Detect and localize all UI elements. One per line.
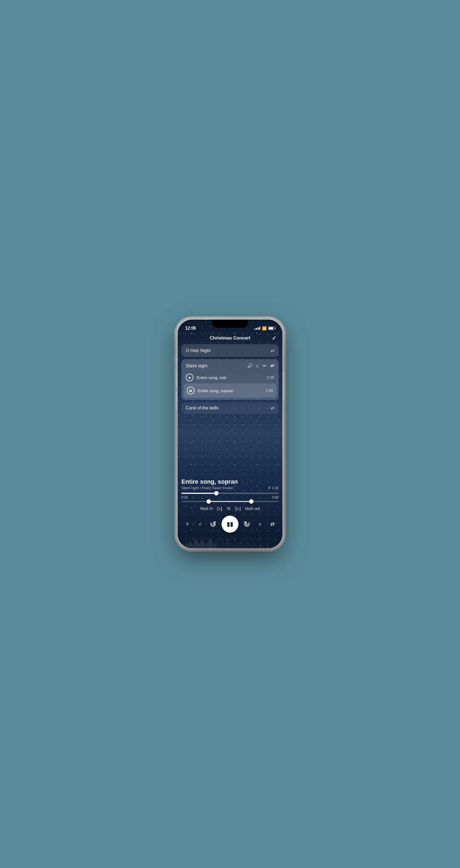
volume-down-button[interactable] xyxy=(176,391,177,409)
progress-bar[interactable] xyxy=(181,493,279,494)
wave-bar xyxy=(188,542,189,549)
signal-icon xyxy=(254,327,260,330)
wave-bar xyxy=(271,547,272,549)
phone-screen: 12:06 📶 Christmas Concert xyxy=(178,319,282,549)
wave-bar xyxy=(254,543,255,549)
progress-section: 0:24 -0:40 xyxy=(178,490,282,499)
download-icon: ↺ xyxy=(268,486,271,490)
track-duration-tutti: 1:05 xyxy=(267,375,274,380)
remaining-time: -0:40 xyxy=(271,495,279,499)
wave-bar xyxy=(221,541,222,549)
song-card-silent-night-header: Silent night 🔊 ♫ ✏ ⇄ xyxy=(181,359,279,371)
wave-bar xyxy=(275,545,276,549)
wave-bar xyxy=(209,540,210,549)
fit-button[interactable]: ♱ xyxy=(182,519,192,529)
edit-icon[interactable]: ✏ xyxy=(263,363,267,369)
phone-notch xyxy=(212,319,248,328)
mark-out-thumb[interactable] xyxy=(249,499,253,504)
speed-value: 1.0x xyxy=(272,486,279,490)
mark-range-bar[interactable] xyxy=(181,501,279,502)
next-button[interactable]: › xyxy=(255,519,265,529)
wave-bar xyxy=(247,541,247,549)
play-pause-button[interactable]: ▮▮ xyxy=(221,516,239,533)
mark-out-label: Mark out xyxy=(245,506,260,511)
wave-bar xyxy=(224,541,224,549)
wave-bar xyxy=(278,548,279,549)
forward-button[interactable]: ↻ 10 xyxy=(241,519,252,530)
wave-bar xyxy=(211,541,212,549)
rewind-seconds: 10 xyxy=(212,523,215,526)
mark-clear-button[interactable]: ✕ xyxy=(226,505,231,512)
wave-bar xyxy=(252,544,253,549)
forward-seconds: 10 xyxy=(245,523,248,526)
power-button[interactable] xyxy=(283,372,284,399)
wave-bar xyxy=(207,542,208,549)
current-time: 0:24 xyxy=(181,495,188,499)
chevron-down-icon[interactable]: ✓ xyxy=(272,335,276,341)
wave-bar xyxy=(201,541,201,549)
progress-thumb[interactable] xyxy=(214,491,218,495)
main-content: O Holy Night ⇄ Silent night 🔊 ♫ ✏ ⇄ xyxy=(178,344,282,476)
wave-bar xyxy=(183,544,184,549)
wave-bar xyxy=(218,542,219,549)
wave-bar xyxy=(249,544,250,549)
mark-in-label: Mark in xyxy=(200,506,213,511)
mark-in-button[interactable]: ▷| xyxy=(217,505,222,512)
repeat-icon-silent[interactable]: ⇄ xyxy=(270,363,274,369)
wave-bar xyxy=(266,545,266,549)
wave-bar xyxy=(264,547,265,549)
mark-out-button[interactable]: |◁ xyxy=(236,505,241,512)
song-card-carol-bells[interactable]: Carol of the bells ⇄ xyxy=(181,402,279,414)
wave-bar xyxy=(262,544,262,549)
song-card-o-holy-night[interactable]: O Holy Night ⇄ xyxy=(181,344,279,357)
wave-bar xyxy=(198,542,198,549)
wave-bar xyxy=(199,544,200,549)
wave-bar xyxy=(274,544,275,549)
track-item-tutti[interactable]: ▶ Entire song, tutti 1:05 xyxy=(181,371,279,383)
queue-icon[interactable]: ♫ xyxy=(255,363,259,369)
wave-bar xyxy=(234,540,235,549)
play-icon-tutti[interactable]: ▶ xyxy=(186,374,193,381)
wifi-icon: 📶 xyxy=(262,326,267,331)
waveform xyxy=(178,535,282,549)
progress-times: 0:24 -0:40 xyxy=(181,495,279,499)
repeat-button[interactable]: ⇄ xyxy=(268,519,278,529)
wave-bar xyxy=(257,547,258,549)
wave-bar xyxy=(233,541,234,549)
rewind-button[interactable]: ↻ 10 xyxy=(208,519,219,530)
wave-bar xyxy=(267,543,268,549)
speed-badge[interactable]: ↺ 1.0x xyxy=(268,486,279,490)
volume-icon[interactable]: 🔊 xyxy=(247,363,253,369)
track-duration-sopran: 1:05 xyxy=(266,389,273,393)
volume-up-button[interactable] xyxy=(176,369,177,387)
status-time: 12:06 xyxy=(185,326,196,331)
prev-button[interactable]: ‹ xyxy=(195,519,205,529)
track-item-sopran[interactable]: ▮▮ Entire song, sopran 1:05 xyxy=(184,383,276,398)
wave-bar xyxy=(270,547,270,549)
wave-bar xyxy=(253,541,254,549)
progress-fill xyxy=(181,493,216,494)
wave-bar xyxy=(259,544,259,549)
mark-controls: Mark in ▷| ✕ |◁ Mark out xyxy=(178,502,282,513)
song-card-actions: ♫ ✏ ⇄ xyxy=(255,363,274,369)
wave-bar xyxy=(244,545,245,549)
wave-bar xyxy=(187,544,188,549)
repeat-icon-carol[interactable]: ⇄ xyxy=(271,405,274,410)
wave-bar xyxy=(203,541,204,549)
repeat-icon[interactable]: ⇄ xyxy=(271,348,274,353)
wave-bar xyxy=(268,544,269,549)
wave-bar xyxy=(194,541,195,549)
wave-bar xyxy=(205,543,206,549)
playback-controls: ♱ ‹ ↻ 10 ▮▮ ↻ 10 › ⇄ xyxy=(178,513,282,535)
wave-bar xyxy=(245,543,246,549)
now-playing-track-name: Entire song, sopran xyxy=(181,478,279,485)
mute-button[interactable] xyxy=(176,354,177,364)
wave-bar xyxy=(217,540,218,549)
battery-fill xyxy=(269,327,273,330)
wave-bar xyxy=(220,544,220,549)
wave-bar xyxy=(213,543,214,549)
wave-bar xyxy=(206,544,207,549)
mark-in-thumb[interactable] xyxy=(207,499,211,504)
wave-bar xyxy=(195,539,196,549)
pause-icon-sopran[interactable]: ▮▮ xyxy=(187,387,194,394)
